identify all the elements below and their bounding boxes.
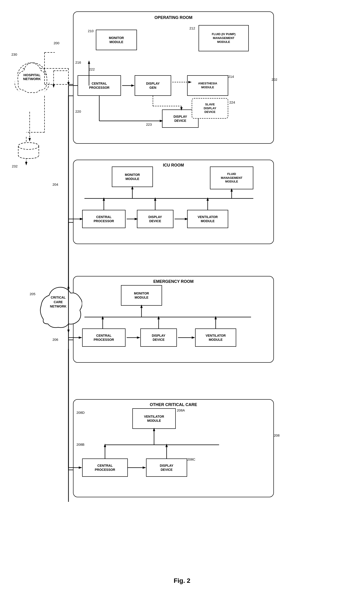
- er-monitor-module: MONITORMODULE: [121, 285, 162, 306]
- er-ventilator-module: VENTILATORMODULE: [195, 328, 236, 347]
- icu-central-processor: CENTRALPROCESSOR: [82, 210, 125, 228]
- critical-care-network-label: CRITICALCARENETWORK: [35, 295, 81, 309]
- ref-224: 224: [229, 100, 235, 104]
- ref-200: 200: [54, 41, 59, 45]
- ref-208C: 208C: [187, 457, 195, 461]
- ref-223: 223: [146, 123, 152, 126]
- ref-212: 212: [189, 26, 195, 30]
- ref-206: 206: [53, 338, 58, 342]
- er-display-device: DISPLAYDEVICE: [140, 328, 177, 347]
- operating-room-label: OPERATING ROOM: [154, 15, 193, 20]
- ref-208D: 208D: [76, 411, 85, 414]
- emergency-room-box: EMERGENCY ROOM: [73, 276, 274, 363]
- ref-202: 202: [272, 78, 277, 81]
- diagram: OPERATING ROOM MONITORMODULE FLUID (IV P…: [0, 0, 364, 599]
- icu-ventilator-module: VENTILATORMODULE: [187, 210, 228, 228]
- ref-204: 204: [53, 183, 58, 186]
- svg-point-95: [18, 142, 39, 150]
- occ-central-processor: CENTRALPROCESSOR: [82, 458, 128, 477]
- ref-222: 222: [89, 67, 95, 71]
- ref-205: 205: [30, 292, 35, 296]
- svg-marker-116: [28, 138, 31, 141]
- svg-marker-76: [67, 82, 70, 86]
- ref-220: 220: [75, 109, 81, 113]
- ref-210: 210: [88, 29, 94, 33]
- ref-208A: 208A: [177, 408, 185, 412]
- or-slave-display: SLAVEDISPLAYDEVICE: [192, 98, 228, 119]
- icu-display-device: DISPLAYDEVICE: [137, 210, 173, 228]
- or-anesthesia-module: ANESTHESIAMODULE: [187, 75, 228, 96]
- figure-caption: Fig. 2: [174, 577, 190, 584]
- occ-label: OTHER CRITICAL CARE: [150, 402, 197, 407]
- svg-marker-78: [25, 162, 27, 165]
- ref-214: 214: [228, 75, 234, 79]
- er-central-processor: CENTRALPROCESSOR: [82, 328, 125, 347]
- icu-fluid-management: FLUIDMANAGEMENTMODULE: [210, 167, 253, 189]
- occ-display-device: DISPLAYDEVICE: [146, 458, 187, 477]
- ref-230: 230: [11, 53, 17, 56]
- or-monitor-module: MONITORMODULE: [96, 30, 137, 50]
- hospital-database: [17, 141, 40, 160]
- ref-208: 208: [274, 433, 280, 437]
- or-display-gen: DISPLAYGEN: [135, 75, 171, 96]
- or-central-processor: CENTRALPROCESSOR: [78, 75, 121, 96]
- ref-208B: 208B: [76, 442, 84, 446]
- emergency-room-label: EMERGENCY ROOM: [153, 279, 194, 284]
- occ-ventilator-module: VENTILATORMODULE: [132, 408, 176, 429]
- hospital-network-label: HOSPITALNETWORK: [13, 73, 51, 81]
- ref-216: 216: [75, 61, 81, 64]
- svg-marker-119: [53, 84, 55, 88]
- ref-232: 232: [12, 164, 18, 168]
- or-fluid-iv-module: FLUID (IV PUMP)MANAGEMENTMODULE: [199, 25, 249, 51]
- icu-room-label: ICU ROOM: [163, 163, 184, 168]
- icu-monitor-module: MONITORMODULE: [112, 167, 153, 187]
